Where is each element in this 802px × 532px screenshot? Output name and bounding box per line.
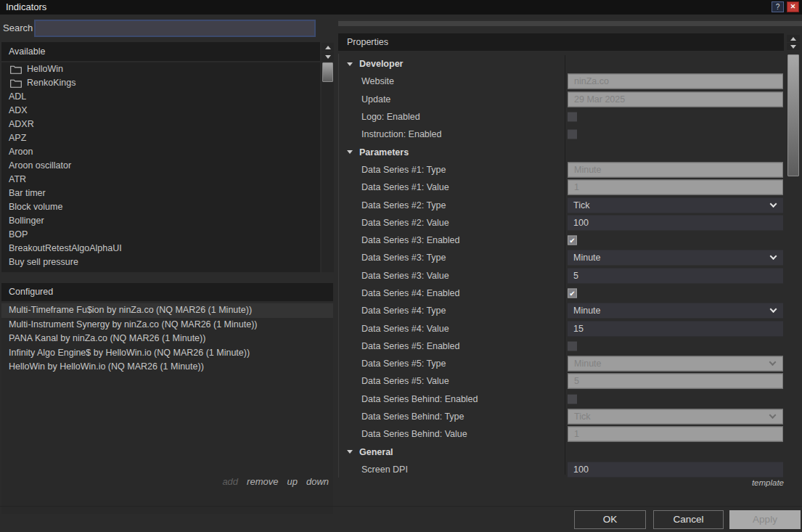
property-label: Data Series #4: Type — [361, 306, 446, 316]
property-control: Minute — [568, 303, 783, 319]
property-checkbox-data-series-4-enabled[interactable]: ✔ — [568, 289, 577, 298]
available-item-renkokings[interactable]: RenkoKings — [1, 76, 320, 90]
configured-item-multi-timeframe-fu-ion-by-ninz[interactable]: Multi-Timeframe Fu$ion by ninZa.co (NQ M… — [1, 303, 333, 318]
available-item-atr[interactable]: ATR — [1, 173, 320, 187]
down-button[interactable]: down — [306, 476, 329, 487]
property-dropdown-data-series-2-type[interactable]: Tick — [568, 197, 783, 213]
property-label: Data Series #4: Enabled — [361, 288, 460, 298]
property-row-data-series-4-enabled: Data Series #4: Enabled✔ — [339, 285, 784, 302]
available-item-apz[interactable]: APZ — [1, 131, 320, 145]
configured-item-multi-instrument-synergy-by-ni[interactable]: Multi-Instrument Synergy by ninZa.co (NQ… — [1, 318, 333, 332]
close-button[interactable]: ✕ — [787, 1, 799, 12]
collapse-arrow-icon — [347, 62, 353, 66]
property-control — [568, 338, 783, 353]
property-dropdown-data-series-behind-type: Tick — [568, 409, 783, 425]
scroll-up-button[interactable] — [322, 43, 334, 52]
property-label: Logo: Enabled — [361, 112, 420, 122]
property-input-screen-dpi[interactable]: 100 — [568, 462, 783, 477]
scrollbar-thumb[interactable] — [322, 62, 333, 82]
available-item-adl[interactable]: ADL — [1, 90, 320, 104]
configured-header: Configured — [1, 283, 333, 301]
property-control: ✔ — [568, 286, 783, 301]
dropdown-value: Tick — [573, 200, 589, 210]
available-scrollbar-track[interactable] — [322, 62, 334, 272]
item-label: ADL — [9, 90, 26, 104]
folder-icon — [10, 65, 22, 74]
item-label: Aroon oscillator — [9, 159, 71, 173]
available-item-hellowin[interactable]: HelloWin — [1, 62, 320, 76]
property-row-data-series-behind-type: Data Series Behind: TypeTick — [339, 408, 784, 425]
property-label: Data Series Behind: Enabled — [361, 394, 478, 404]
property-dropdown-data-series-5-type: Minute — [568, 356, 783, 372]
property-grid: DeveloperWebsiteninZa.coUpdate29 Mar 202… — [338, 54, 784, 478]
scroll-down-button[interactable] — [787, 43, 800, 50]
remove-button[interactable]: remove — [247, 476, 278, 487]
available-item-aroon[interactable]: Aroon — [1, 145, 320, 159]
property-label: Data Series #4: Value — [361, 324, 449, 334]
indicator-lists-panel: Available HelloWinRenkoKingsADLADXADXRAP… — [1, 42, 333, 499]
property-row-data-series-1-type: Data Series #1: TypeMinute — [339, 161, 784, 179]
property-control: Minute — [568, 356, 783, 372]
configured-item-pana-kanal-by-ninza-co-nq-mar[interactable]: PANA Kanal by ninZa.co (NQ MAR26 (1 Minu… — [1, 332, 333, 346]
chevron-down-icon — [770, 200, 777, 208]
property-label: Data Series Behind: Type — [361, 412, 465, 422]
item-label: BreakoutRetestAlgoAlphaUI — [9, 242, 122, 255]
item-label: ADXR — [9, 118, 34, 131]
property-section-parameters[interactable]: Parameters — [339, 143, 784, 160]
item-label: Bar timer — [9, 187, 46, 200]
available-item-adxr[interactable]: ADXR — [1, 118, 320, 131]
property-row-data-series-1-value: Data Series #1: Value1 — [339, 179, 784, 196]
item-label: BOP — [9, 228, 28, 242]
ok-button[interactable]: OK — [574, 510, 646, 529]
scroll-up-button[interactable] — [787, 35, 800, 42]
available-item-block-volume[interactable]: Block volume — [1, 200, 320, 214]
template-link[interactable]: template — [752, 478, 784, 487]
property-input-data-series-behind-value: 1 — [568, 427, 783, 442]
available-item-buy-sell-pressure[interactable]: Buy sell pressure — [1, 255, 320, 269]
property-checkbox-data-series-3-enabled[interactable]: ✔ — [568, 236, 577, 245]
property-control: Minute — [568, 162, 783, 177]
horizontal-splitter[interactable] — [338, 20, 802, 26]
cancel-button[interactable]: Cancel — [653, 510, 724, 529]
property-input-data-series-3-value[interactable]: 5 — [568, 268, 783, 283]
available-item-breakoutretestalgoalphaui[interactable]: BreakoutRetestAlgoAlphaUI — [1, 242, 320, 255]
property-row-website: WebsiteninZa.co — [339, 73, 784, 90]
arrow-up-icon — [325, 46, 331, 49]
property-control: 100 — [568, 215, 783, 230]
property-control: ninZa.co — [568, 74, 783, 89]
property-control: Tick — [568, 197, 783, 213]
property-label: Data Series #2: Value — [361, 218, 449, 228]
configured-item-hellowin-by-hellowin-io-nq-ma[interactable]: HelloWin by HelloWin.io (NQ MAR26 (1 Min… — [1, 360, 333, 375]
scroll-down-button[interactable] — [322, 52, 334, 61]
property-control: ✔ — [568, 233, 783, 248]
property-control: 15 — [568, 321, 783, 336]
property-row-screen-dpi: Screen DPI100 — [339, 461, 784, 478]
up-button[interactable]: up — [287, 476, 297, 487]
item-label: ADX — [9, 104, 28, 118]
available-item-bollinger[interactable]: Bollinger — [1, 214, 320, 228]
search-input[interactable] — [34, 20, 316, 37]
property-dropdown-data-series-3-type[interactable]: Minute — [568, 250, 783, 266]
scrollbar-thumb[interactable] — [787, 54, 799, 176]
property-label: Data Series #5: Enabled — [361, 341, 460, 351]
property-input-data-series-4-value[interactable]: 15 — [568, 321, 783, 336]
property-input-data-series-2-value[interactable]: 100 — [568, 215, 783, 230]
property-control — [568, 127, 783, 142]
properties-scrollbar-track[interactable] — [787, 52, 800, 478]
configured-item-infinity-algo-engine-by-hello[interactable]: Infinity Algo Engine$ by HelloWin.io (NQ… — [1, 346, 333, 361]
property-control: 100 — [568, 462, 783, 477]
available-item-bop[interactable]: BOP — [1, 228, 320, 242]
available-item-aroon-oscillator[interactable]: Aroon oscillator — [1, 159, 320, 173]
property-checkbox-data-series-behind-enabled[interactable] — [568, 394, 577, 404]
apply-button: Apply — [729, 510, 801, 529]
property-dropdown-data-series-4-type[interactable]: Minute — [568, 303, 783, 319]
arrow-down-icon — [325, 55, 331, 59]
property-checkbox-data-series-5-enabled[interactable] — [568, 341, 577, 351]
property-label: Data Series #2: Type — [361, 200, 446, 210]
property-section-general[interactable]: General — [339, 443, 784, 461]
available-scroll-arrows — [322, 43, 334, 61]
available-item-bar-timer[interactable]: Bar timer — [1, 187, 320, 200]
help-button[interactable]: ? — [772, 1, 784, 12]
property-section-developer[interactable]: Developer — [339, 55, 784, 73]
available-item-adx[interactable]: ADX — [1, 104, 320, 118]
